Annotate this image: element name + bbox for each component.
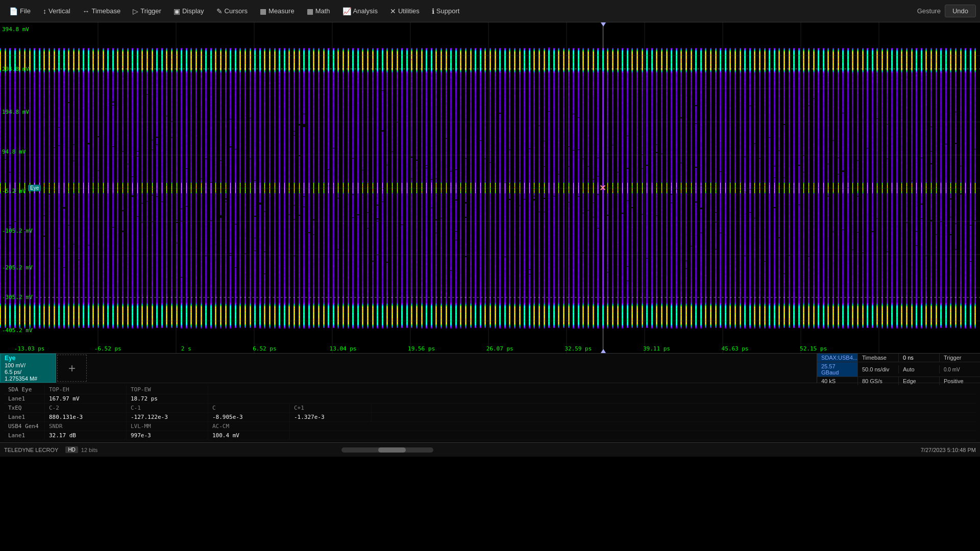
sda-top-eh-val: 167.97 mV [45,394,127,403]
lvl-mm-val: 997e-3 [127,431,208,440]
menu-analysis[interactable]: 📈 Analysis [337,5,383,17]
math-icon: ▦ [307,7,313,15]
y-label-5: -105.2 mV [2,228,33,234]
y-label-4: -5.2 mV [2,188,26,194]
inst-trigger-polarity: Positive [940,377,980,385]
inst-trigger-val2: 0.0 mV [940,366,980,373]
top-eh-header: TOP-EH [45,385,127,394]
menu-display[interactable]: ▣ Display [168,5,209,17]
inst-baud: 25.57 GBaud [817,362,858,377]
data-table: SDA Eye TOP-EH TOP-EW Lane1 167.97 mV 18… [0,383,980,442]
inst-row-1: SDAX:USB4... Timebase 0 ns Trigger C1 DC [817,354,980,362]
menu-vertical[interactable]: ↕ Vertical [38,5,76,17]
menu-support[interactable]: ℹ Support [427,5,465,17]
undo-area: Gesture Undo [917,5,976,17]
table-row-sda-header: SDA Eye TOP-EH TOP-EW [4,385,976,394]
datetime-label: 7/27/2023 5:10:48 PM [921,447,976,453]
inst-memory: 40 kS [817,377,858,385]
bit-depth-label: 12 bits [81,447,97,453]
ac-cm-header: AC-CM [208,422,290,431]
menu-file[interactable]: 📄 File [4,5,36,17]
timebase-icon: ↔ [83,7,90,15]
txeq-c-2-header: C-2 [45,404,127,412]
y-label-2: 194.8 mV [2,108,29,115]
sda-top-ew-val: 18.72 ps [127,394,208,403]
sda-eye-label: SDA Eye [4,385,45,394]
x-label-8: 39.11 ps [643,345,670,352]
menu-cursors[interactable]: ✎ Cursors [211,5,253,17]
eye-tag: Eye [28,185,41,191]
menu-timebase[interactable]: ↔ Timebase [78,5,126,17]
y-label-0: 394.8 mV [2,26,29,32]
y-label-1: 294.8 mV [2,65,29,72]
file-icon: 📄 [9,7,18,15]
inst-timebase-val: 0 ns [899,354,940,362]
oscilloscope-display: 394.8 mV 294.8 mV 194.8 mV 94.8 mV -5.2 … [0,22,980,353]
sndr-val: 32.17 dB [45,431,127,440]
menu-bar: 📄 File ↕ Vertical ↔ Timebase ▷ Trigger ▣… [0,0,980,22]
gesture-label: Gesture [917,7,941,15]
inst-trigger-label: Trigger [940,354,980,362]
inst-timebase-label: Timebase [858,354,899,362]
table-row-sda-lane1: Lane1 167.97 mV 18.72 ps [4,394,976,404]
analysis-icon: 📈 [342,7,351,15]
txeq-c1-val: -1.327e-3 [290,413,372,421]
channel-val3: 1.275354 M# [5,375,52,382]
scrollbar-thumb [378,447,406,453]
y-label-7: -305.2 mV [2,293,33,300]
inst-trigger-mode: Auto [899,365,940,373]
usb4-label: USB4 Gen4 [4,422,45,431]
channel-val2: 6.5 ps/ [5,369,52,375]
x-label-1: -6.52 ps [94,345,121,352]
inst-row-3: 40 kS 80 GS/s Edge Positive [817,377,980,385]
x-label-3: 6.52 ps [253,345,276,352]
x-label-10: 52.15 ps [800,345,827,352]
lvl-mm-header: LVL-MM [127,422,208,431]
sda-lane1-label: Lane1 [4,394,45,403]
menu-utilities[interactable]: ✕ Utilities [385,5,425,17]
txeq-c-2-val: 880.131e-3 [45,413,127,421]
sndr-header: SNDR [45,422,127,431]
x-label-9: 45.63 ps [722,345,749,352]
y-label-8: -405.2 mV [2,327,33,333]
txeq-c1-header: C+1 [290,404,372,412]
inst-trigger-type: Edge [899,377,940,385]
undo-button[interactable]: Undo [945,5,976,17]
x-label-7: 32.59 ps [565,345,592,352]
hd-badge: HD [65,446,78,453]
vertical-icon: ↕ [43,7,46,15]
x-label-4: 13.04 ps [330,345,357,352]
table-row-usb4-lane1: Lane1 32.17 dB 997e-3 100.4 mV [4,431,976,440]
channel-val1: 100 mV/ [5,362,52,368]
table-row-txeq-header: TxEQ C-2 C-1 C C+1 [4,404,976,413]
instrument-panel: SDAX:USB4... Timebase 0 ns Trigger C1 DC… [817,354,980,383]
cursors-icon: ✎ [216,7,223,15]
menu-math[interactable]: ▦ Math [302,5,335,17]
x-label-5: 19.56 ps [408,345,435,352]
x-label-2: 2 s [181,345,191,352]
inst-row-2: 25.57 GBaud 50.0 ns/div Auto 0.0 mV [817,362,980,377]
add-channel-button[interactable]: + [57,355,87,382]
top-ew-header: TOP-EW [127,385,208,394]
channel-panel: Eye 100 mV/ 6.5 ps/ 1.275354 M# + SDAX:U… [0,354,980,383]
display-icon: ▣ [174,7,180,15]
utilities-icon: ✕ [390,7,396,15]
table-row-txeq-lane1: Lane1 880.131e-3 -127.122e-3 -8.905e-3 -… [4,413,976,422]
txeq-c-val: -8.905e-3 [208,413,290,421]
menu-trigger[interactable]: ▷ Trigger [128,5,166,17]
x-label-0: -13.03 ps [14,345,45,352]
cursor-x-marker: ✕ [599,183,606,193]
brand-logo: TELEDYNE LECROY [4,447,58,453]
scrollbar[interactable] [341,447,433,453]
support-icon: ℹ [432,7,434,15]
txeq-c-header: C [208,404,290,412]
menu-measure[interactable]: ▦ Measure [255,5,300,17]
txeq-c-1-header: C-1 [127,404,208,412]
txeq-lane1-label: Lane1 [4,413,45,421]
measure-icon: ▦ [260,7,266,15]
trigger-icon: ▷ [133,7,138,15]
ac-cm-val: 100.4 mV [208,431,290,440]
y-label-6: -205.2 mV [2,264,33,270]
channel-name: Eye [5,355,52,362]
channel-box-eye[interactable]: Eye 100 mV/ 6.5 ps/ 1.275354 M# [0,354,56,383]
